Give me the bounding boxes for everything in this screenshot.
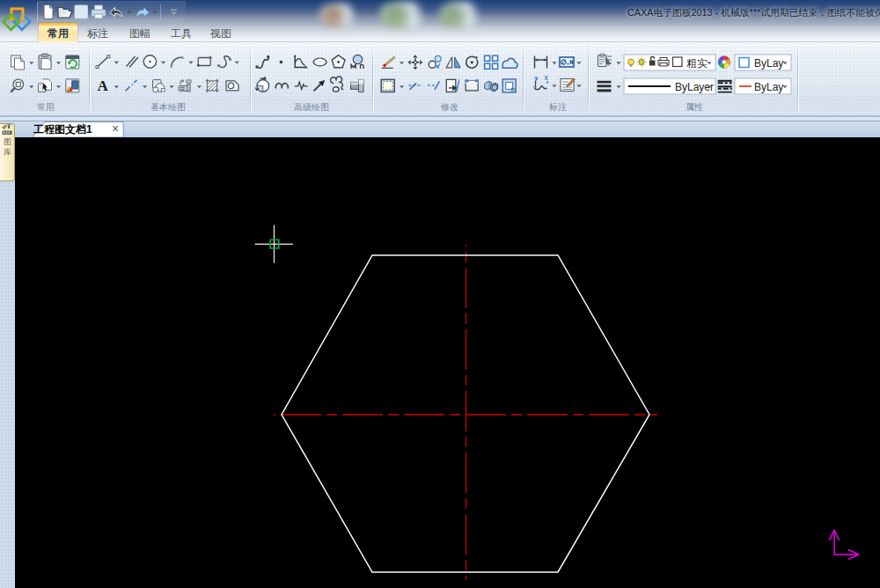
svg-text:粗实: 粗实 (686, 57, 708, 70)
svg-text:X: X (545, 75, 549, 81)
svg-text:ByLay: ByLay (754, 81, 783, 93)
svg-text:ByLayer: ByLayer (675, 81, 714, 93)
svg-text:ByLay: ByLay (754, 57, 783, 70)
svg-text:A: A (97, 77, 108, 94)
